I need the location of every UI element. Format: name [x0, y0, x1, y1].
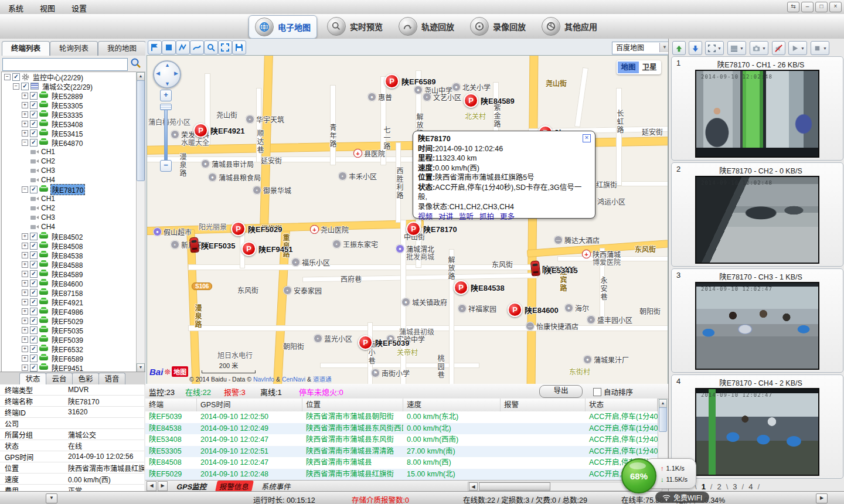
tree-checkbox[interactable]: ✓	[30, 101, 38, 109]
chevron-down-icon[interactable]: ▼	[801, 46, 805, 50]
stop-video-button[interactable]: ▼	[811, 41, 829, 55]
tree-item-陕E64870[interactable]: −✓陕E64870	[2, 138, 137, 147]
popup-link-对讲[interactable]: 对讲	[438, 212, 453, 222]
search-input[interactable]	[2, 58, 128, 71]
tree-item-陕E84600[interactable]: +✓陕E84600	[2, 278, 137, 288]
expand-icon[interactable]: +	[22, 243, 28, 249]
tree-item-陕E53335[interactable]: +✓陕E53335	[2, 110, 137, 119]
expand-icon[interactable]: +	[22, 336, 28, 343]
pan-down-icon[interactable]: ▼	[165, 81, 170, 87]
nav-tab-轨迹回放[interactable]: 轨迹回放	[393, 15, 460, 38]
tree-checkbox[interactable]: ✓	[30, 130, 38, 137]
nav-tab-录像回放[interactable]: 录像回放	[464, 15, 532, 38]
tree-item-陕E52889[interactable]: +✓陕E52889	[2, 91, 137, 100]
attribution-link[interactable]: NavInfo	[253, 376, 274, 383]
flag-tool-icon[interactable]	[148, 40, 162, 55]
tree-checkbox[interactable]: ✓	[30, 298, 38, 306]
tree-checkbox[interactable]: ✓	[30, 120, 38, 128]
zoom-tool-icon[interactable]	[204, 40, 218, 55]
maptype-地图[interactable]: 地图	[618, 62, 639, 73]
tree-item-监控中心(22/29)[interactable]: −✓监控中心(22/29)	[2, 72, 137, 81]
tree-checkbox[interactable]: ✓	[30, 280, 38, 287]
tree-item-陕EF5029[interactable]: +✓陕EF5029	[2, 316, 137, 325]
play-button[interactable]: ▼	[788, 41, 807, 55]
pan-right-icon[interactable]: ▶	[174, 70, 178, 76]
distance-tool-icon[interactable]	[190, 40, 204, 55]
video-cell-4[interactable]: 4陕E78170 - CH4 - 2 KB/S2014-09-10 12:02:…	[671, 374, 843, 479]
tree-item-陕EF4986[interactable]: +✓陕EF4986	[2, 307, 137, 316]
table-row[interactable]: 陕E845382014-09-10 12:02:49陕西省渭南市蒲城县东风街西口…	[145, 423, 658, 435]
expand-icon[interactable]: +	[22, 111, 28, 118]
page-tab-4[interactable]: 4	[746, 482, 755, 491]
tab-云台[interactable]: 云台	[46, 373, 73, 386]
column-header-状态[interactable]: 状态	[586, 399, 658, 411]
tree-checkbox[interactable]: ✓	[30, 261, 38, 268]
zoom-in-button[interactable]: +	[160, 90, 172, 101]
tree-item-陕E53305[interactable]: +✓陕E53305	[2, 100, 137, 110]
tree-checkbox[interactable]: ✓	[30, 139, 38, 147]
tree-checkbox[interactable]: ✓	[30, 242, 38, 250]
expand-icon[interactable]: +	[22, 93, 28, 99]
expand-icon[interactable]: +	[22, 365, 28, 371]
column-header-速度[interactable]: 速度	[403, 399, 501, 411]
collapse-icon[interactable]: −	[22, 186, 28, 193]
pan-up-icon[interactable]: ▲	[165, 62, 170, 68]
page-up-button[interactable]	[672, 41, 686, 55]
tree-item-陕EF5035[interactable]: +✓陕EF5035	[2, 325, 137, 335]
nav-tab-电子地图[interactable]: 电子地图	[249, 15, 317, 39]
menu-item[interactable]: 系统	[0, 0, 32, 16]
tree-item-CH1[interactable]: CH1	[2, 147, 137, 156]
restore-button[interactable]: □	[815, 2, 828, 12]
table-row[interactable]: 陕EF50292014-09-10 12:02:48陕西省渭南市蒲城县红旗街15…	[145, 469, 658, 481]
tree-checkbox[interactable]: ✓	[30, 270, 38, 278]
chevron-down-icon[interactable]: ▼	[762, 46, 766, 50]
tree-item-陕EF6532[interactable]: +✓陕EF6532	[2, 344, 137, 353]
tree-checkbox[interactable]: ✓	[21, 83, 29, 90]
video-frame[interactable]: 2014-09-10 12:02:47	[695, 282, 819, 370]
tree-item-陕EF6589[interactable]: +✓陕EF6589	[2, 353, 137, 363]
tree-item-陕E84502[interactable]: +✓陕E84502	[2, 231, 137, 241]
close-icon[interactable]: ✕	[583, 134, 591, 142]
pin-button[interactable]: ⇆	[787, 2, 799, 12]
maptype-卫星[interactable]: 卫星	[639, 62, 660, 73]
tab-系统事件[interactable]: 系统事件	[257, 481, 296, 492]
expand-icon[interactable]: +	[22, 261, 28, 268]
column-header-报警[interactable]: 报警	[501, 399, 586, 411]
tab-轮询列表[interactable]: 轮询列表	[50, 41, 98, 56]
tree-item-CH1[interactable]: CH1	[2, 194, 137, 203]
page-tab-1[interactable]: 1	[699, 482, 708, 491]
vehicle-marker-陕EF5029[interactable]: P陕EF5029	[231, 222, 283, 236]
fullscreen-tool-icon[interactable]	[218, 40, 232, 55]
tab-我的地图[interactable]: 我的地图	[98, 41, 146, 56]
fullscreen-video-button[interactable]: ▼	[705, 41, 724, 55]
close-button[interactable]: ×	[829, 2, 842, 12]
expand-icon[interactable]: +	[22, 233, 28, 240]
autosort-toggle[interactable]: 自动排序	[593, 386, 633, 397]
attribution-link[interactable]: CenNavi	[282, 376, 305, 383]
tree-item-陕EF5039[interactable]: +✓陕EF5039	[2, 335, 137, 344]
table-row[interactable]: 陕E534082014-09-10 12:02:47陕西省渭南市蒲城县东风街0.…	[145, 434, 658, 446]
table-row[interactable]: 陕E533052014-09-10 12:02:51陕西省渭南市蒲城县渭清路27…	[145, 446, 658, 458]
expand-icon[interactable]: +	[22, 308, 28, 315]
popup-link-更多[interactable]: 更多	[500, 212, 515, 222]
expand-icon[interactable]: +	[22, 355, 28, 362]
popup-link-视频[interactable]: 视频	[418, 212, 433, 222]
video-frame[interactable]: 2014-09-10 12:02:47	[695, 388, 819, 476]
tree-item-陕E84538[interactable]: +✓陕E84538	[2, 250, 137, 260]
export-button[interactable]: 导出	[539, 385, 583, 398]
tree-checkbox[interactable]: ✓	[12, 73, 20, 81]
tree-item-陕EF4921[interactable]: +✓陕EF4921	[2, 297, 137, 307]
scroll-down-icon[interactable]: ▼	[137, 363, 145, 372]
tab-scroll-right-icon[interactable]: ▶	[158, 481, 168, 491]
tree-item-陕E53415[interactable]: +✓陕E53415	[2, 128, 137, 138]
expand-icon[interactable]: +	[22, 290, 28, 296]
tree-item-CH3[interactable]: CH3	[2, 213, 137, 222]
tab-语音[interactable]: 语音	[98, 373, 125, 386]
scroll-up-icon[interactable]: ▲	[137, 72, 145, 81]
expand-icon[interactable]: +	[22, 318, 28, 324]
tree-item-陕E78170[interactable]: −✓陕E78170	[2, 185, 137, 194]
map-canvas[interactable]: ●惠普●尧山中学●北关小学▪文艺小区尧山街尧山街蒲白梅苑小区▪华宇天筑●荣发电料…	[147, 55, 668, 384]
table-row[interactable]: 陕E845082014-09-10 12:02:47陕西省渭南市蒲城县8.00 …	[145, 457, 658, 469]
vehicle-marker-陕E84600[interactable]: P陕E84600	[508, 302, 559, 317]
tree-scrollbar[interactable]: ▲ ▼	[136, 71, 145, 373]
